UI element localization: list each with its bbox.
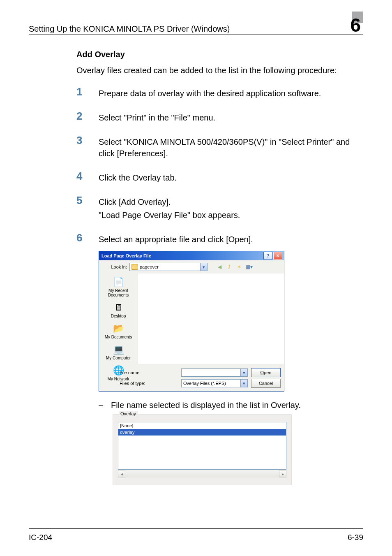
file-name-input[interactable]: ▾ — [181, 368, 248, 377]
back-icon[interactable]: ◀ — [216, 263, 223, 271]
step-text: Prepare data of overlay with the desired… — [99, 88, 321, 99]
chevron-down-icon[interactable]: ▾ — [200, 263, 207, 271]
scroll-right-icon[interactable]: ▸ — [279, 470, 286, 477]
places-bar: 📄 My Recent Documents 🖥 Desktop 📂 My Doc… — [99, 273, 138, 364]
help-button[interactable]: ? — [263, 252, 272, 260]
look-in-combo[interactable]: pageover ▾ — [129, 263, 208, 271]
place-label: My Computer — [106, 356, 131, 360]
place-label: My Documents — [105, 335, 132, 339]
file-type-label: Files of type: — [102, 381, 178, 386]
cancel-button[interactable]: Cancel — [251, 379, 281, 388]
step-number: 5 — [76, 195, 99, 222]
footer-right: 6-39 — [348, 533, 363, 542]
open-button[interactable]: Open — [251, 368, 281, 377]
desktop-icon: 🖥 — [111, 301, 125, 314]
step-number: 2 — [76, 111, 99, 125]
look-in-value: pageover — [140, 264, 200, 269]
my-computer-icon: 💻 — [111, 343, 125, 356]
step-text: Select "Print" in the "File" menu. — [99, 112, 215, 123]
up-one-level-icon[interactable]: ⤴ — [226, 263, 233, 271]
note-text: File name selected is displayed in the l… — [111, 401, 301, 410]
footer-left: IC-204 — [29, 533, 348, 542]
scroll-left-icon[interactable]: ◂ — [118, 470, 125, 477]
file-open-dialog: Load Page Overlay File ? × Look in: page… — [99, 251, 284, 392]
place-label: My Recent Documents — [99, 288, 138, 297]
step-number: 1 — [76, 86, 99, 101]
step-number: 6 — [76, 232, 99, 247]
list-item[interactable]: overlay — [118, 429, 286, 436]
overlay-listbox[interactable]: [None] overlay — [118, 422, 286, 470]
place-label: Desktop — [111, 314, 126, 318]
overlay-legend: Overlay — [119, 411, 138, 416]
new-folder-icon[interactable]: ✶ — [235, 263, 243, 271]
section-title: Add Overlay — [76, 50, 363, 59]
page-footer: IC-204 6-39 — [29, 528, 363, 542]
step-text: Click the Overlay tab. — [99, 172, 177, 183]
look-in-label: Look in: — [102, 264, 127, 269]
step-number: 4 — [76, 171, 99, 185]
dialog-titlebar: Load Page Overlay File ? × — [99, 251, 284, 260]
place-desktop[interactable]: 🖥 Desktop — [99, 300, 138, 320]
folder-icon — [131, 264, 138, 270]
horizontal-scrollbar[interactable]: ◂ ▸ — [118, 470, 286, 477]
step-text: Select "KONICA MINOLTA 500/420/360PS(V)"… — [99, 136, 363, 159]
section-intro: Overlay files created can be added to th… — [76, 65, 363, 76]
place-recent[interactable]: 📄 My Recent Documents — [99, 274, 138, 299]
place-computer[interactable]: 💻 My Computer — [99, 342, 138, 362]
list-item[interactable]: [None] — [118, 422, 286, 429]
file-type-value: Overlay Files (*.EPS) — [183, 381, 240, 386]
file-list-area[interactable] — [138, 273, 284, 364]
my-documents-icon: 📂 — [111, 322, 125, 335]
step-text: Select an appropriate file and click [Op… — [99, 234, 253, 245]
views-icon[interactable]: ▦▾ — [245, 263, 253, 271]
step-text: "Load Page Overlay File" box appears. — [99, 209, 240, 221]
step-text: Click [Add Overlay]. — [99, 196, 240, 208]
file-type-combo[interactable]: Overlay Files (*.EPS) ▾ — [181, 379, 248, 387]
chapter-badge: 6 — [344, 14, 363, 35]
running-header: Setting Up the KONICA MINOLTA PS Driver … — [29, 14, 363, 35]
place-documents[interactable]: 📂 My Documents — [99, 321, 138, 341]
chevron-down-icon[interactable]: ▾ — [240, 369, 247, 376]
close-button[interactable]: × — [273, 252, 282, 260]
chevron-down-icon[interactable]: ▾ — [240, 380, 247, 387]
recent-documents-icon: 📄 — [111, 276, 125, 288]
chapter-number: 6 — [350, 14, 361, 36]
running-title: Setting Up the KONICA MINOLTA PS Driver … — [29, 24, 344, 34]
overlay-groupbox: Overlay [None] overlay ◂ ▸ — [113, 414, 292, 485]
step-number: 3 — [76, 135, 99, 161]
dialog-title: Load Page Overlay File — [101, 253, 263, 258]
file-name-label: File name: — [102, 370, 178, 375]
bullet-dash: – — [99, 401, 111, 410]
